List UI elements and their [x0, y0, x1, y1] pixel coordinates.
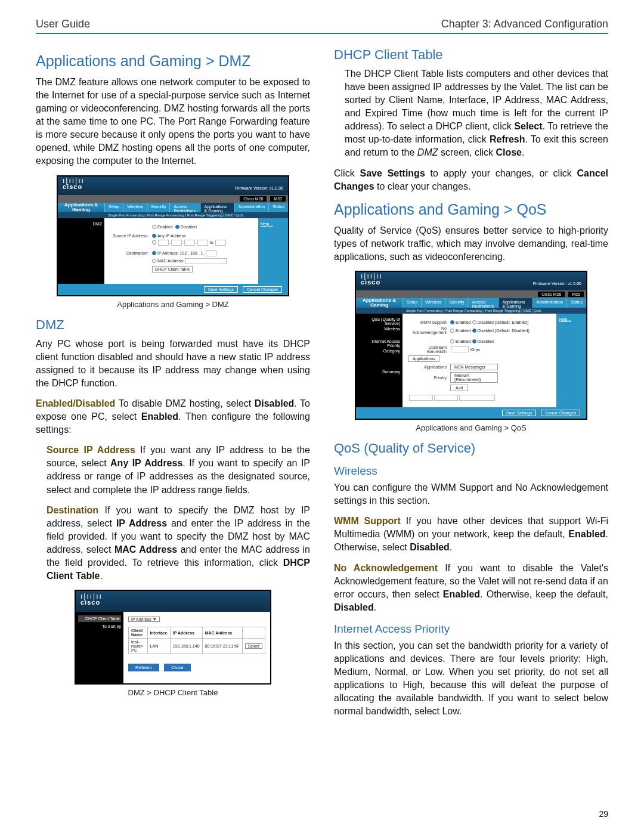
radio-noack-disabled[interactable]: Disabled [478, 329, 494, 333]
th-action [242, 627, 265, 639]
para-wireless: You can configure the WMM Support and No… [334, 481, 608, 507]
radio-any-ip[interactable]: Any IP Address [157, 234, 186, 238]
tab-admin[interactable]: Administration [234, 203, 268, 212]
close-button[interactable]: Close [164, 664, 190, 671]
tab-apps-gaming[interactable]: Applications & Gaming [499, 298, 532, 308]
label-wmm: WMM Support [408, 320, 450, 324]
side-summary: Summary [358, 370, 400, 374]
tab-status[interactable]: Status [268, 203, 288, 212]
para-iap: In this section, you can set the bandwid… [334, 639, 608, 718]
table-row: test-router-PC LAN 192.168.1.140 00:16:D… [129, 639, 265, 654]
screenshot-qos: ı|ıı|ııcisco Firmware Version: v1.0.00 C… [355, 271, 587, 420]
tab-setup[interactable]: Setup [402, 298, 421, 308]
firmware-version: Firmware Version: v1.0.00 [235, 186, 283, 190]
header-left: User Guide [36, 18, 90, 30]
cisco-logo-text: cisco [80, 599, 100, 606]
dmz-intro: The DMZ feature allows one network compu… [36, 76, 310, 168]
th-ip: IP Address [170, 627, 202, 639]
tab-access[interactable]: Access Restrictions [169, 203, 200, 212]
th-mac: MAC Address [202, 627, 242, 639]
tab-setup[interactable]: Setup [104, 203, 123, 212]
cancel-changes-button[interactable]: Cancel Changes [541, 410, 580, 416]
label-noack: No Acknowledgement [408, 326, 450, 335]
heading-qos-path: Applications and Gaming > QoS [334, 200, 608, 218]
cisco-logo-text: cisco [63, 183, 82, 190]
side-wireless: Wireless [358, 327, 400, 331]
cancel-changes-button[interactable]: Cancel Changes [243, 286, 282, 293]
header-right: Chapter 3: Advanced Configuration [441, 18, 608, 30]
save-settings-button[interactable]: Save Settings [204, 286, 238, 293]
screenshot-dhcp-table: ı|ıı|ııcisco DHCP Client Table To Sort b… [75, 590, 271, 685]
firmware-version: Firmware Version: v1.0.00 [533, 281, 581, 286]
model-badge-2: M20 [270, 196, 286, 202]
page-number: 29 [599, 809, 608, 819]
tab-apps-gaming[interactable]: Applications & Gaming [200, 203, 234, 212]
label-upstream: Upstream Bandwidth [408, 345, 450, 354]
tab-admin[interactable]: Administration [532, 298, 566, 308]
para-save-cancel: Click Save Settings to apply your change… [334, 167, 608, 193]
para-source-ip: Source IP Address If you want any IP add… [47, 444, 310, 496]
tab-access[interactable]: Access Restrictions [467, 298, 498, 308]
subtab-row: Single Port Forwarding | Port Range Forw… [58, 212, 288, 218]
priority-select[interactable]: Medium (Recommend) [450, 372, 498, 383]
caption-qos-shot: Applications and Gaming > QoS [334, 423, 608, 432]
subtab-row: Single Port Forwarding | Port Range Forw… [356, 308, 586, 314]
qos-intro: Quality of Service (QoS) ensures better … [334, 224, 608, 264]
help-link[interactable]: Help... [261, 222, 273, 226]
para-enabled-disabled: Enabled/Disabled To disable DMZ hosting,… [36, 397, 310, 436]
heading-dhcp-client-table: DHCP Client Table [334, 47, 608, 63]
runin-source: Source IP Address [47, 445, 135, 455]
dhcp-title: DHCP Client Table [78, 615, 121, 622]
para-wmm: WMM Support If you have other devices th… [334, 515, 608, 554]
side-category: Category [358, 349, 400, 353]
label-destination: Destination: [110, 251, 152, 255]
runin-enabled: Enabled/Disabled [36, 398, 115, 408]
right-column: DHCP Client Table The DHCP Client Table … [334, 47, 608, 725]
radio-noack-enabled[interactable]: Enabled [456, 329, 471, 333]
refresh-button[interactable]: Refresh [128, 664, 159, 671]
dhcp-table: Client Name Interface IP Address MAC Add… [128, 627, 265, 654]
save-settings-button[interactable]: Save Settings [502, 410, 536, 416]
model-badge: Cisco M20 [538, 292, 565, 297]
label-sort-by: To Sort by [78, 624, 121, 628]
model-badge: Cisco M20 [240, 196, 267, 202]
radio-disabled[interactable]: Disabled [181, 225, 197, 229]
radio-mac-address[interactable]: MAC Address: [157, 259, 184, 263]
tab-status[interactable]: Status [566, 298, 586, 308]
page-header: User Guide Chapter 3: Advanced Configura… [36, 18, 608, 34]
dhcp-client-table-button[interactable]: DHCP Client Table [152, 266, 193, 272]
label-applications: Applications [408, 365, 450, 369]
tab-security[interactable]: Security [147, 203, 169, 212]
section-title: Applications & Gaming [356, 298, 402, 308]
side-iap: Internet Access Priority [358, 339, 400, 348]
tab-security[interactable]: Security [445, 298, 467, 308]
caption-dmz-shot: Applications and Gaming > DMZ [36, 300, 310, 309]
heading-wireless: Wireless [334, 465, 608, 478]
tab-wireless[interactable]: Wireless [421, 298, 445, 308]
screenshot-dmz: ı|ıı|ııcisco Firmware Version: v1.0.00 C… [57, 175, 289, 296]
caption-dhcp: DMZ > DHCP Client Table [36, 688, 310, 697]
para-dhcp-desc: The DHCP Client Table lists computers an… [345, 67, 608, 160]
dmz-p1: Any PC whose port is being forwarded mus… [36, 337, 310, 390]
radio-iap-disabled[interactable]: Disabled [478, 339, 494, 343]
heading-qos: QoS (Quality of Service) [334, 441, 608, 456]
help-link[interactable]: Help... [559, 317, 571, 321]
add-button[interactable]: Add [450, 385, 468, 391]
side-label-dmz: DMZ [58, 218, 104, 284]
radio-ip-address[interactable]: IP Address: 192 . 168 . 1 . [157, 251, 205, 255]
radio-wmm-enabled[interactable]: Enabled [456, 320, 471, 324]
app-select[interactable]: MSN Messenger [450, 364, 498, 370]
heading-iap: Internet Access Priority [334, 623, 608, 636]
left-column: Applications and Gaming > DMZ The DMZ fe… [36, 47, 310, 725]
select-button[interactable]: Select [245, 643, 262, 649]
radio-wmm-disabled[interactable]: Disabled [478, 320, 494, 324]
category-select[interactable]: Applications [408, 355, 439, 362]
radio-enabled[interactable]: Enabled [157, 225, 173, 229]
sort-select[interactable]: IP Address ▼ [128, 617, 160, 622]
runin-destination: Destination [47, 505, 98, 515]
heading-dmz-path: Applications and Gaming > DMZ [36, 52, 310, 70]
runin-noack: No Acknowledgement [334, 563, 438, 573]
label-source-ip: Source IP Address: [110, 234, 152, 238]
tab-wireless[interactable]: Wireless [123, 203, 147, 212]
radio-iap-enabled[interactable]: Enabled [456, 339, 471, 343]
